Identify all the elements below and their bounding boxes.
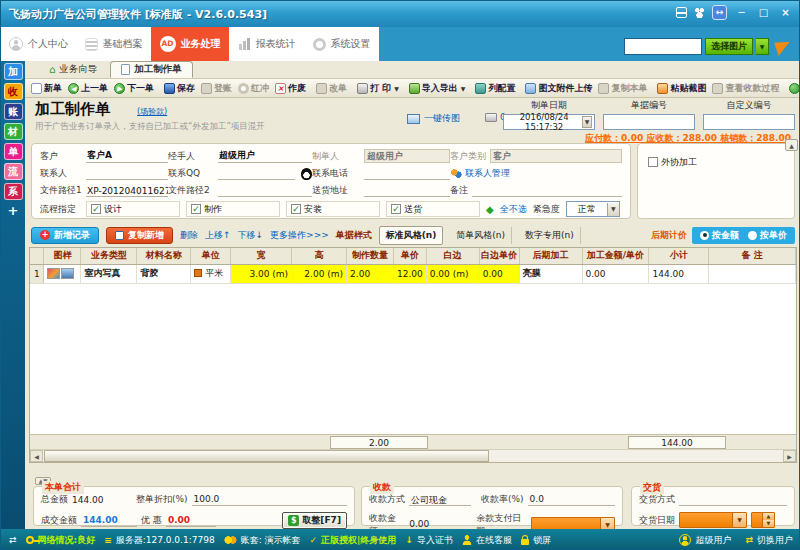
contact-manager-link[interactable]: 联系人管理 xyxy=(450,167,622,180)
col-width[interactable]: 宽 xyxy=(231,248,292,264)
select-none-link[interactable]: 全不选 xyxy=(500,203,527,216)
col-post-process[interactable]: 后期加工 xyxy=(519,248,582,264)
delivery-time-spinner[interactable]: ▲ ▼ xyxy=(751,512,775,528)
handler-input[interactable]: 超级用户 xyxy=(218,150,312,163)
checkbox-design[interactable]: ✓设计 xyxy=(86,201,180,217)
gadget-icon[interactable] xyxy=(676,7,687,18)
col-margin[interactable]: 白边 xyxy=(426,248,479,264)
horn-icon[interactable] xyxy=(774,38,793,56)
col-unit[interactable]: 单位 xyxy=(191,248,231,264)
tab-base-archives[interactable]: 基础档案 xyxy=(76,27,151,61)
title-link[interactable]: (场验款) xyxy=(137,106,167,117)
print-button[interactable]: 打 印▼ xyxy=(354,82,402,95)
save-button[interactable]: 保存 xyxy=(161,82,198,95)
spin-down-icon[interactable]: ▼ xyxy=(762,520,774,527)
style-tab-simple[interactable]: 简单风格(n) xyxy=(450,227,512,244)
current-user[interactable]: 超级用户 xyxy=(679,534,731,547)
horizontal-scrollbar[interactable]: ◀ ▶ xyxy=(30,449,796,462)
sidebar-item-system[interactable]: 系 xyxy=(4,183,23,200)
prev-order-button[interactable]: ◀上一单 xyxy=(65,82,111,95)
scroll-left-icon[interactable]: ◀ xyxy=(30,450,43,462)
cell-material[interactable]: 背胶 xyxy=(137,264,191,283)
add-record-button[interactable]: + 新增记录 xyxy=(31,227,99,244)
sidebar-item-material[interactable]: 材 xyxy=(4,123,23,140)
sidebar-item-receive[interactable]: 收 xyxy=(4,83,23,100)
address-input[interactable] xyxy=(364,184,450,197)
round-button[interactable]: $ 取整[F7] xyxy=(282,512,347,529)
phone-input[interactable] xyxy=(364,167,450,180)
tab-business-wizard[interactable]: ⌂ 业务向导 xyxy=(39,61,107,78)
move-down-link[interactable]: 下移↓ xyxy=(238,229,264,242)
account-set[interactable]: 账套: 演示帐套 xyxy=(224,534,301,547)
favor-input[interactable]: 0.00 xyxy=(166,515,216,527)
sidebar-item-plus[interactable]: + xyxy=(4,203,23,220)
delivery-date-combobox[interactable]: ▼ xyxy=(679,512,747,528)
col-image[interactable]: 图样 xyxy=(44,248,81,264)
radio-by-amount[interactable]: 按金额 xyxy=(700,229,739,242)
col-height[interactable]: 高 xyxy=(292,248,347,264)
col-qty[interactable]: 制作数量 xyxy=(347,248,394,264)
delete-link[interactable]: 删除 xyxy=(180,229,198,242)
custom-number-input[interactable] xyxy=(703,114,795,130)
tab-business-process[interactable]: AD 业务处理 xyxy=(151,27,229,61)
close-button[interactable]: × xyxy=(778,5,793,20)
tab-report-statistics[interactable]: 报表统计 xyxy=(229,27,304,61)
image-path-input[interactable] xyxy=(624,38,702,55)
deal-amount-input[interactable]: 144.00 xyxy=(81,515,137,527)
spin-up-icon[interactable]: ▲ xyxy=(762,513,774,520)
next-order-button[interactable]: ▶下一单 xyxy=(111,82,157,95)
col-subtotal[interactable]: 小计 xyxy=(649,248,709,264)
scrollbar-thumb[interactable] xyxy=(44,450,489,462)
cell-margin[interactable]: 0.00 (m) xyxy=(426,264,479,283)
new-order-button[interactable]: 新单 xyxy=(28,82,65,95)
swap-icon[interactable]: ⇄ xyxy=(9,535,17,545)
doc-number-input[interactable] xyxy=(603,114,695,130)
cell-image[interactable] xyxy=(44,264,81,283)
import-cert-link[interactable]: ↓ 导入证书 xyxy=(405,534,453,547)
tab-system-settings[interactable]: 系统设置 xyxy=(304,27,379,61)
move-up-link[interactable]: 上移↑ xyxy=(205,229,231,242)
lock-screen-link[interactable]: 锁屏 xyxy=(521,534,551,547)
delivery-method-input[interactable] xyxy=(679,494,787,506)
path2-input[interactable] xyxy=(218,184,312,197)
style-tab-standard[interactable]: 标准风格(n) xyxy=(379,226,444,245)
col-margin-price[interactable]: 白边单价 xyxy=(479,248,519,264)
exit-button[interactable]: 退出 xyxy=(786,82,800,95)
path1-input[interactable]: XP-201204011627:C:\ xyxy=(86,184,168,197)
cell-unit[interactable]: 平米 xyxy=(191,264,231,283)
quick-upload-link[interactable]: 一键传图 xyxy=(407,112,460,125)
pick-image-dropdown[interactable]: ▼ xyxy=(756,38,769,55)
pick-image-button[interactable]: 选择图片 xyxy=(705,38,753,55)
discount-input[interactable]: 100.0 xyxy=(192,494,347,506)
cell-note[interactable] xyxy=(709,264,796,283)
note-input[interactable] xyxy=(472,184,622,197)
sidebar-item-add[interactable]: 加 xyxy=(4,63,23,80)
tab-personal-center[interactable]: 个人中心 xyxy=(1,27,76,61)
void-button[interactable]: ×作废 xyxy=(272,82,309,95)
cell-type[interactable]: 室内写真 xyxy=(81,264,137,283)
copy-add-button[interactable]: 复制新增 xyxy=(106,227,173,244)
column-config-button[interactable]: 列配置 xyxy=(472,82,518,95)
cell-price[interactable]: 12.00 xyxy=(394,264,427,283)
col-note[interactable]: 备 注 xyxy=(709,248,796,264)
cell-height[interactable]: 2.00 (m) xyxy=(292,264,347,283)
cell-qty[interactable]: 2.00 xyxy=(347,264,394,283)
import-export-button[interactable]: 导入导出▼ xyxy=(406,82,469,95)
contact-input[interactable] xyxy=(86,167,168,180)
paste-screenshot-button[interactable]: 粘贴截图 xyxy=(654,82,709,95)
order-date-combobox[interactable]: 2016/08/24 15:17:32 ▼ xyxy=(503,114,595,130)
cell-subtotal[interactable]: 144.00 xyxy=(649,264,709,283)
scroll-right-icon[interactable]: ▶ xyxy=(783,450,796,462)
sidebar-item-flow[interactable]: 流 xyxy=(4,163,23,180)
col-type[interactable]: 业务类型 xyxy=(81,248,137,264)
customer-input[interactable]: 客户A xyxy=(86,150,168,163)
col-material[interactable]: 材料名称 xyxy=(137,248,191,264)
cell-post-process[interactable]: 亮膜 xyxy=(519,264,582,283)
switch-user-link[interactable]: ⇄ 切换用户 xyxy=(745,534,793,547)
minimize-button[interactable]: ─ xyxy=(734,5,749,20)
col-process-amount[interactable]: 加工金额/单价 xyxy=(582,248,649,264)
checkbox-make[interactable]: ✓制作 xyxy=(186,201,280,217)
chevron-down-icon[interactable]: ▼ xyxy=(732,513,746,527)
chevron-down-icon[interactable]: ▼ xyxy=(582,116,592,128)
payment-rate-input[interactable]: 0.0 xyxy=(528,494,615,506)
